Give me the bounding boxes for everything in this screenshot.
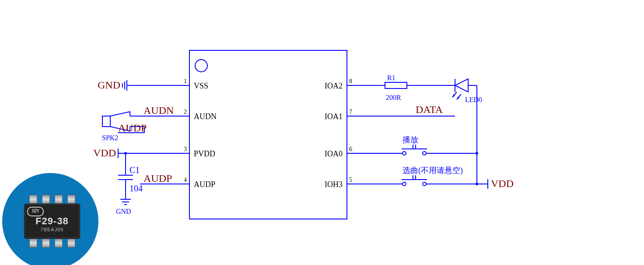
- vdd-net-left: VDD: [93, 147, 116, 159]
- pin-name-vss: VSS: [194, 81, 208, 90]
- vdd-net-right: VDD: [491, 178, 514, 189]
- chip-logo: SZY: [27, 207, 44, 216]
- cap-ref: C1: [130, 165, 140, 175]
- cap-gnd-label: GND: [116, 208, 131, 215]
- speaker-ref: SPK2: [102, 134, 118, 141]
- chip-lot-code: 7BEAJ09: [24, 227, 80, 232]
- pin-num-7: 7: [349, 109, 352, 115]
- pin-name-ioa0: IOA0: [325, 149, 343, 158]
- svg-point-42: [423, 182, 426, 186]
- gnd-net-label: GND: [98, 79, 120, 91]
- gnd-symbol: [122, 80, 131, 91]
- data-net-label: DATA: [416, 104, 443, 115]
- pin-name-ioa2: IOA2: [325, 81, 343, 90]
- audp-net-top: AUDP: [118, 122, 147, 134]
- ic-body: [189, 50, 347, 219]
- svg-point-35: [423, 152, 426, 155]
- pin-num-6: 6: [349, 146, 352, 152]
- res-val: 200R: [386, 94, 401, 101]
- svg-point-41: [402, 182, 406, 186]
- svg-rect-12: [102, 116, 110, 127]
- svg-point-34: [402, 152, 406, 155]
- pin-num-3: 3: [184, 146, 187, 152]
- audp-net-bottom: AUDP: [144, 173, 172, 184]
- button-select-icon: [402, 175, 427, 186]
- svg-marker-26: [455, 79, 468, 92]
- chip-photo-badge: SZY F29-38 7BEAJ09: [0, 171, 101, 265]
- resistor-r1: [385, 82, 407, 88]
- pin-num-2: 2: [184, 109, 187, 115]
- res-ref: R1: [387, 74, 396, 81]
- pin-num-4: 4: [184, 177, 187, 183]
- cap-val: 104: [130, 184, 143, 193]
- pin-name-pvdd: PVDD: [194, 149, 215, 158]
- pin-num-5: 5: [349, 177, 352, 183]
- pin-name-ioa1: IOA1: [325, 112, 343, 121]
- audn-net-label: AUDN: [144, 105, 174, 116]
- btn-play-label: 播放: [402, 135, 418, 144]
- btn-select-label: 选曲(不用请悬空): [402, 166, 463, 175]
- pin-name-ioh3: IOH3: [325, 180, 343, 189]
- pin-num-8: 8: [349, 78, 352, 85]
- button-play-icon: [402, 145, 427, 155]
- pin-num-1: 1: [184, 78, 187, 85]
- pin1-marker: [195, 60, 207, 72]
- capacitor-c1: [118, 153, 133, 205]
- pin-name-audn: AUDN: [194, 112, 217, 121]
- pin-name-audp: AUDP: [194, 180, 215, 189]
- led-ref: LED0: [465, 96, 482, 103]
